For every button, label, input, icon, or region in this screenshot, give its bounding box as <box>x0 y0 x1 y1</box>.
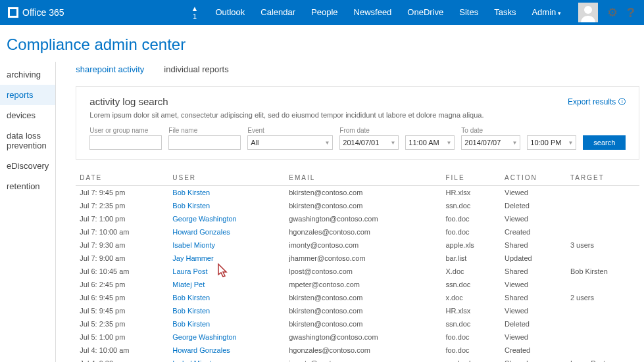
user-link[interactable]: Laura Post <box>172 267 207 275</box>
cell-date: Jul 5: 9:45 pm <box>76 304 168 317</box>
user-link[interactable]: Bob Kirsten <box>172 189 210 196</box>
user-link[interactable]: Miatej Pet <box>172 281 205 288</box>
table-row[interactable]: Jul 5: 9:45 pmBob Kirstenbkirsten@contos… <box>76 304 639 317</box>
user-link[interactable]: Isabel Mionty <box>172 359 215 362</box>
table-row[interactable]: Jul 5: 1:00 pmGeorge Washingtongwashingt… <box>76 330 639 344</box>
table-row[interactable]: Jul 7: 2:35 pmBob Kirstenbkirsten@contos… <box>76 199 639 212</box>
event-label: Event <box>247 127 333 134</box>
cell-target <box>566 199 639 212</box>
table-row[interactable]: Jul 7: 9:30 amIsabel Miontyimonty@contos… <box>76 238 639 252</box>
user-link[interactable]: Bob Kirsten <box>172 307 210 315</box>
to-date-select[interactable]: 2014/07/07 ▼ <box>461 135 520 150</box>
avatar[interactable] <box>578 3 598 22</box>
nav-outlook[interactable]: Outlook <box>207 0 253 26</box>
col-file[interactable]: FILE <box>441 169 501 186</box>
event-select[interactable]: All ▼ <box>247 135 333 150</box>
sidebar-item-reports[interactable]: reports <box>0 85 55 105</box>
sidebar-item-retention[interactable]: retention <box>0 176 55 196</box>
cell-action: Viewed <box>501 278 566 291</box>
results-table-wrap: DATEUSEREMAILFILEACTIONTARGET Jul 7: 9:4… <box>76 169 639 362</box>
cell-email: bkirsten@contoso.com <box>285 291 441 304</box>
user-link[interactable]: Isabel Mionty <box>172 241 215 249</box>
tabs-row: sharepoint activityindividual reports <box>76 64 644 77</box>
nav-sites[interactable]: Sites <box>451 0 486 26</box>
sidebar-item-data-loss-prevention[interactable]: data loss prevention <box>0 125 55 156</box>
cell-user: Bob Kirsten <box>168 317 285 330</box>
table-row[interactable]: Jul 7: 10:00 amHoward Gonzaleshgonzales@… <box>76 225 639 238</box>
col-user[interactable]: USER <box>168 169 285 186</box>
tab-sharepoint-activity[interactable]: sharepoint activity <box>76 64 144 77</box>
to-time-select[interactable]: 10:00 PM ▼ <box>527 135 576 150</box>
nav-people[interactable]: People <box>303 0 345 26</box>
tab-individual-reports[interactable]: individual reports <box>164 64 228 77</box>
cell-email: hgonzales@contoso.com <box>285 225 441 238</box>
gear-icon[interactable]: ⚙ <box>607 5 618 20</box>
nav-tasks[interactable]: Tasks <box>486 0 524 26</box>
col-target[interactable]: TARGET <box>566 169 639 186</box>
nav-onedrive[interactable]: OneDrive <box>399 0 451 26</box>
cell-date: Jul 7: 2:35 pm <box>76 199 168 212</box>
col-action[interactable]: ACTION <box>501 169 566 186</box>
cell-target <box>566 252 639 265</box>
user-link[interactable]: Howard Gonzales <box>172 228 230 236</box>
cell-file: foo.doc <box>441 330 501 344</box>
brand-logo[interactable]: Office 365 <box>0 7 72 18</box>
event-value: All <box>251 139 259 147</box>
from-time-select[interactable]: 11:00 AM ▼ <box>405 135 455 150</box>
cell-user: Laura Post <box>168 265 285 278</box>
cell-date: Jul 7: 10:00 am <box>76 225 168 238</box>
search-button[interactable]: search <box>583 135 626 150</box>
panel-title: activity log search <box>89 96 168 107</box>
col-email[interactable]: EMAIL <box>285 169 441 186</box>
cell-target <box>566 317 639 330</box>
cell-action: Created <box>501 225 566 238</box>
cell-user: Isabel Mionty <box>168 357 285 362</box>
col-date[interactable]: DATE <box>76 169 168 186</box>
notification-indicator[interactable]: ▲ 1 <box>182 5 208 20</box>
user-input[interactable] <box>89 135 162 150</box>
cell-action: Viewed <box>501 330 566 344</box>
table-row[interactable]: Jul 7: 1:00 pmGeorge Washingtongwashingt… <box>76 212 639 225</box>
page-title: Compliance admin center <box>0 25 644 62</box>
cell-target <box>566 212 639 225</box>
cell-date: Jul 7: 9:00 am <box>76 252 168 265</box>
cell-user: Isabel Mionty <box>168 238 285 252</box>
from-date-select[interactable]: 2014/07/01 ▼ <box>339 135 399 150</box>
user-link[interactable]: Bob Kirsten <box>172 202 210 210</box>
cell-email: gwashington@contoso.com <box>285 330 441 344</box>
cell-action: Deleted <box>501 317 566 330</box>
table-row[interactable]: Jul 7: 9:45 pmBob Kirstenbkirsten@contos… <box>76 186 639 200</box>
nav-admin[interactable]: Admin <box>524 0 568 26</box>
file-input[interactable] <box>168 135 241 150</box>
nav-newsfeed[interactable]: Newsfeed <box>346 0 400 26</box>
table-row[interactable]: Jul 6: 2:45 pmMiatej Petmpeter@contoso.c… <box>76 278 639 291</box>
nav-calendar[interactable]: Calendar <box>253 0 303 26</box>
cell-user: Howard Gonzales <box>168 225 285 238</box>
cell-email: mpeter@contoso.com <box>285 278 441 291</box>
table-row[interactable]: Jul 7: 9:00 amJay Hammerjhammer@contoso.… <box>76 252 639 265</box>
table-row[interactable]: Jul 4: 10:00 amHoward Gonzaleshgonzales@… <box>76 344 639 357</box>
sidebar-item-devices[interactable]: devices <box>0 105 55 125</box>
user-link[interactable]: Bob Kirsten <box>172 294 210 302</box>
table-row[interactable]: Jul 5: 2:35 pmBob Kirstenbkirsten@contos… <box>76 317 639 330</box>
user-link[interactable]: Jay Hammer <box>172 254 213 262</box>
user-link[interactable]: Howard Gonzales <box>172 346 230 354</box>
sidebar-item-archiving[interactable]: archiving <box>0 64 55 85</box>
cell-file: foo.doc <box>441 225 501 238</box>
table-row[interactable]: Jul 6: 10:45 amLaura Postlpost@contoso.c… <box>76 265 639 278</box>
to-time-value: 10:00 PM <box>530 139 561 147</box>
table-row[interactable]: Jul 6: 9:45 pmBob Kirstenbkirsten@contos… <box>76 291 639 304</box>
export-results-link[interactable]: Export results i <box>568 97 626 106</box>
cell-action: Updated <box>501 252 566 265</box>
cell-file: ssn.doc <box>441 317 501 330</box>
cell-date: Jul 7: 1:00 pm <box>76 212 168 225</box>
sidebar-item-eDiscovery[interactable]: eDiscovery <box>0 156 55 176</box>
help-icon[interactable]: ? <box>627 5 635 20</box>
user-link[interactable]: George Washington <box>172 333 236 341</box>
cell-date: Jul 6: 10:45 am <box>76 265 168 278</box>
user-link[interactable]: Bob Kirsten <box>172 320 210 328</box>
cell-file: ssn.doc <box>441 278 501 291</box>
cell-email: bkirsten@contoso.com <box>285 186 441 200</box>
table-row[interactable]: Jul 4: 9:30 amIsabel Miontyimonty@contos… <box>76 357 639 362</box>
user-link[interactable]: George Washington <box>172 215 236 223</box>
